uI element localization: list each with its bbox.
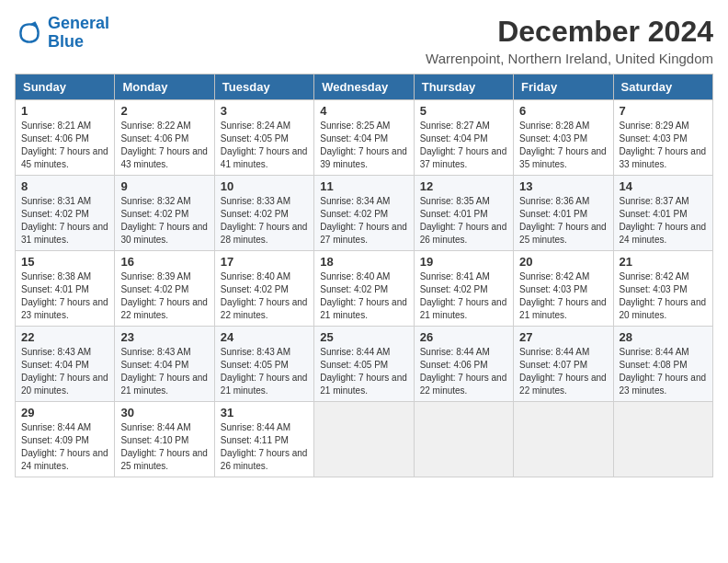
day-number: 24	[221, 330, 308, 344]
calendar-week-row: 8 Sunrise: 8:31 AMSunset: 4:02 PMDayligh…	[16, 176, 713, 251]
day-number: 21	[620, 255, 707, 269]
day-number: 22	[21, 330, 108, 344]
day-number: 23	[120, 330, 208, 344]
day-number: 7	[620, 104, 707, 118]
day-number: 3	[221, 104, 308, 118]
day-info: Sunrise: 8:21 AMSunset: 4:06 PMDaylight:…	[21, 121, 108, 169]
day-info: Sunrise: 8:42 AMSunset: 4:03 PMDaylight:…	[620, 271, 707, 320]
calendar-week-row: 1 Sunrise: 8:21 AMSunset: 4:06 PMDayligh…	[16, 100, 713, 176]
calendar-cell: 1 Sunrise: 8:21 AMSunset: 4:06 PMDayligh…	[16, 100, 115, 176]
day-info: Sunrise: 8:43 AMSunset: 4:04 PMDaylight:…	[120, 347, 208, 396]
logo-icon	[15, 18, 44, 48]
day-number: 6	[519, 104, 607, 118]
calendar-cell	[514, 402, 613, 477]
calendar-cell: 13 Sunrise: 8:36 AMSunset: 4:01 PMDaylig…	[514, 176, 613, 251]
day-info: Sunrise: 8:43 AMSunset: 4:04 PMDaylight:…	[21, 347, 108, 396]
calendar-week-row: 15 Sunrise: 8:38 AMSunset: 4:01 PMDaylig…	[16, 251, 713, 327]
day-info: Sunrise: 8:44 AMSunset: 4:08 PMDaylight:…	[620, 347, 707, 396]
day-info: Sunrise: 8:40 AMSunset: 4:02 PMDaylight:…	[221, 271, 308, 320]
main-title: December 2024	[426, 15, 713, 49]
day-info: Sunrise: 8:42 AMSunset: 4:03 PMDaylight:…	[519, 271, 607, 320]
day-info: Sunrise: 8:27 AMSunset: 4:04 PMDaylight:…	[420, 121, 507, 169]
calendar-cell: 14 Sunrise: 8:37 AMSunset: 4:01 PMDaylig…	[613, 176, 712, 251]
calendar-cell: 26 Sunrise: 8:44 AMSunset: 4:06 PMDaylig…	[414, 327, 513, 402]
day-info: Sunrise: 8:28 AMSunset: 4:03 PMDaylight:…	[519, 121, 607, 169]
day-info: Sunrise: 8:44 AMSunset: 4:09 PMDaylight:…	[21, 422, 108, 471]
calendar-cell: 16 Sunrise: 8:39 AMSunset: 4:02 PMDaylig…	[115, 251, 214, 327]
day-info: Sunrise: 8:44 AMSunset: 4:05 PMDaylight:…	[320, 347, 407, 396]
day-number: 4	[320, 104, 407, 118]
calendar-cell: 4 Sunrise: 8:25 AMSunset: 4:04 PMDayligh…	[314, 100, 414, 176]
calendar-cell: 9 Sunrise: 8:32 AMSunset: 4:02 PMDayligh…	[115, 176, 214, 251]
day-number: 14	[620, 179, 707, 193]
day-info: Sunrise: 8:38 AMSunset: 4:01 PMDaylight:…	[21, 271, 108, 320]
day-number: 26	[420, 330, 507, 344]
day-number: 17	[221, 255, 308, 269]
day-info: Sunrise: 8:29 AMSunset: 4:03 PMDaylight:…	[620, 121, 707, 169]
calendar-cell: 24 Sunrise: 8:43 AMSunset: 4:05 PMDaylig…	[214, 327, 313, 402]
calendar-cell: 7 Sunrise: 8:29 AMSunset: 4:03 PMDayligh…	[613, 100, 712, 176]
day-number: 31	[221, 406, 308, 419]
day-info: Sunrise: 8:44 AMSunset: 4:10 PMDaylight:…	[120, 422, 208, 471]
logo: General Blue	[15, 15, 109, 52]
day-number: 16	[120, 255, 208, 269]
calendar-week-row: 22 Sunrise: 8:43 AMSunset: 4:04 PMDaylig…	[16, 327, 713, 402]
day-info: Sunrise: 8:44 AMSunset: 4:07 PMDaylight:…	[519, 347, 607, 396]
day-info: Sunrise: 8:44 AMSunset: 4:11 PMDaylight:…	[221, 422, 308, 471]
day-info: Sunrise: 8:32 AMSunset: 4:02 PMDaylight:…	[120, 196, 208, 245]
calendar-cell: 28 Sunrise: 8:44 AMSunset: 4:08 PMDaylig…	[613, 327, 712, 402]
calendar-cell: 5 Sunrise: 8:27 AMSunset: 4:04 PMDayligh…	[414, 100, 513, 176]
day-info: Sunrise: 8:41 AMSunset: 4:02 PMDaylight:…	[420, 271, 507, 320]
title-area: December 2024 Warrenpoint, Northern Irel…	[426, 15, 713, 66]
day-info: Sunrise: 8:31 AMSunset: 4:02 PMDaylight:…	[21, 196, 108, 245]
day-info: Sunrise: 8:44 AMSunset: 4:06 PMDaylight:…	[420, 347, 507, 396]
calendar-cell: 11 Sunrise: 8:34 AMSunset: 4:02 PMDaylig…	[314, 176, 414, 251]
calendar-header-row: SundayMondayTuesdayWednesdayThursdayFrid…	[16, 75, 713, 100]
calendar-cell	[613, 402, 712, 477]
day-number: 27	[519, 330, 607, 344]
calendar-cell: 2 Sunrise: 8:22 AMSunset: 4:06 PMDayligh…	[115, 100, 214, 176]
calendar-day-header: Saturday	[613, 75, 712, 100]
day-number: 12	[420, 179, 507, 193]
day-number: 15	[21, 255, 108, 269]
calendar-cell: 31 Sunrise: 8:44 AMSunset: 4:11 PMDaylig…	[214, 402, 313, 477]
day-number: 8	[21, 179, 108, 193]
day-info: Sunrise: 8:40 AMSunset: 4:02 PMDaylight:…	[320, 271, 407, 320]
day-number: 30	[120, 406, 208, 419]
day-number: 29	[21, 406, 108, 419]
calendar-cell: 18 Sunrise: 8:40 AMSunset: 4:02 PMDaylig…	[314, 251, 414, 327]
calendar-cell: 12 Sunrise: 8:35 AMSunset: 4:01 PMDaylig…	[414, 176, 513, 251]
day-number: 9	[120, 179, 208, 193]
calendar-cell: 21 Sunrise: 8:42 AMSunset: 4:03 PMDaylig…	[613, 251, 712, 327]
day-number: 18	[320, 255, 407, 269]
calendar-cell: 23 Sunrise: 8:43 AMSunset: 4:04 PMDaylig…	[115, 327, 214, 402]
calendar-cell	[314, 402, 414, 477]
day-number: 11	[320, 179, 407, 193]
day-info: Sunrise: 8:25 AMSunset: 4:04 PMDaylight:…	[320, 121, 407, 169]
day-number: 19	[420, 255, 507, 269]
subtitle: Warrenpoint, Northern Ireland, United Ki…	[426, 51, 713, 66]
calendar-day-header: Sunday	[16, 75, 115, 100]
day-number: 28	[620, 330, 707, 344]
day-number: 13	[519, 179, 607, 193]
calendar-cell: 10 Sunrise: 8:33 AMSunset: 4:02 PMDaylig…	[214, 176, 313, 251]
day-number: 2	[120, 104, 208, 118]
day-number: 5	[420, 104, 507, 118]
day-info: Sunrise: 8:39 AMSunset: 4:02 PMDaylight:…	[120, 271, 208, 320]
day-number: 10	[221, 179, 308, 193]
calendar-day-header: Wednesday	[314, 75, 414, 100]
calendar-table: SundayMondayTuesdayWednesdayThursdayFrid…	[15, 74, 713, 477]
calendar-cell: 17 Sunrise: 8:40 AMSunset: 4:02 PMDaylig…	[214, 251, 313, 327]
day-number: 20	[519, 255, 607, 269]
day-info: Sunrise: 8:33 AMSunset: 4:02 PMDaylight:…	[221, 196, 308, 245]
calendar-cell: 8 Sunrise: 8:31 AMSunset: 4:02 PMDayligh…	[16, 176, 115, 251]
day-info: Sunrise: 8:22 AMSunset: 4:06 PMDaylight:…	[120, 121, 208, 169]
calendar-week-row: 29 Sunrise: 8:44 AMSunset: 4:09 PMDaylig…	[16, 402, 713, 477]
calendar-day-header: Monday	[115, 75, 214, 100]
day-info: Sunrise: 8:34 AMSunset: 4:02 PMDaylight:…	[320, 196, 407, 245]
logo-text: General Blue	[48, 15, 109, 52]
calendar-cell	[414, 402, 513, 477]
calendar-cell: 3 Sunrise: 8:24 AMSunset: 4:05 PMDayligh…	[214, 100, 313, 176]
calendar-day-header: Friday	[514, 75, 613, 100]
calendar-cell: 20 Sunrise: 8:42 AMSunset: 4:03 PMDaylig…	[514, 251, 613, 327]
